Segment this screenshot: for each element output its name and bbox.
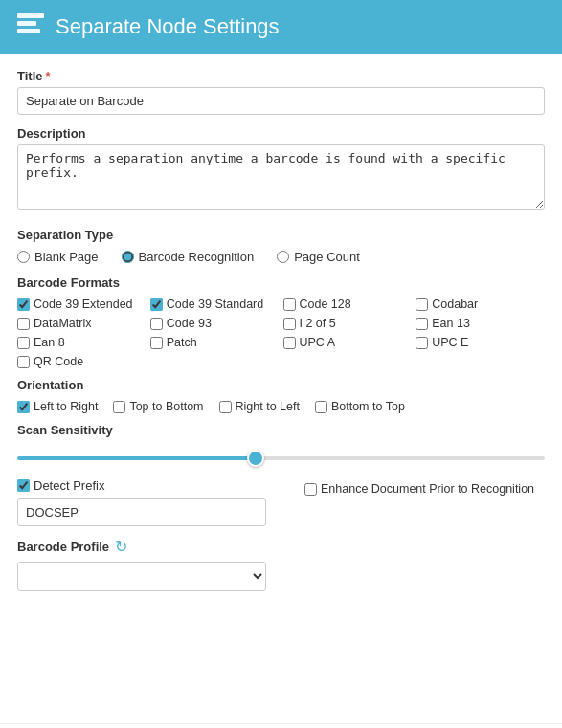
barcode-profile-section: Barcode Profile ↻ [17, 538, 545, 603]
title-input[interactable] [17, 87, 545, 115]
separation-type-group: Blank Page Barcode Recognition Page Coun… [17, 250, 545, 264]
checkbox-code39std[interactable]: Code 39 Standard [150, 298, 280, 311]
checkbox-ean13[interactable]: Ean 13 [416, 317, 545, 330]
footer: * Required Cancel Save [0, 723, 562, 728]
enhance-doc-col: Enhance Document Prior to Recognition [304, 478, 545, 496]
scan-sensitivity-slider[interactable] [17, 456, 545, 460]
checkbox-bottom-to-top-label[interactable]: Bottom to Top [331, 400, 405, 413]
checkbox-i2of5[interactable]: I 2 of 5 [283, 317, 413, 330]
description-input[interactable]: Performs a separation anytime a barcode … [17, 144, 545, 210]
svg-rect-2 [17, 29, 40, 33]
detect-prefix-row: Detect Prefix Enhance Document Prior to … [17, 478, 545, 526]
checkbox-code128-label[interactable]: Code 128 [300, 298, 351, 311]
enhance-doc-checkbox[interactable] [304, 483, 317, 496]
orientation-group: Left to Right Top to Bottom Right to Lef… [17, 400, 545, 413]
checkbox-codabar-input[interactable] [416, 298, 428, 311]
checkbox-bottom-to-top[interactable]: Bottom to Top [315, 400, 405, 413]
detect-prefix-checkbox[interactable] [17, 479, 30, 492]
detect-prefix-check[interactable]: Detect Prefix [17, 478, 285, 493]
checkbox-qrcode-input[interactable] [17, 356, 30, 368]
radio-barcode-recognition-input[interactable] [122, 251, 134, 263]
checkbox-qrcode[interactable]: QR Code [17, 355, 146, 368]
radio-barcode-recognition-label[interactable]: Barcode Recognition [139, 250, 255, 264]
checkbox-top-to-bottom[interactable]: Top to Bottom [113, 400, 203, 413]
checkbox-upca-label[interactable]: UPC A [300, 336, 336, 349]
detect-prefix-input[interactable] [17, 498, 266, 526]
checkbox-upca-input[interactable] [283, 337, 296, 349]
checkbox-upce[interactable]: UPC E [416, 336, 545, 349]
checkbox-right-to-left[interactable]: Right to Left [219, 400, 300, 413]
checkbox-patch[interactable]: Patch [150, 336, 280, 349]
refresh-icon[interactable]: ↻ [115, 538, 127, 556]
checkbox-datamatrix-label[interactable]: DataMatrix [34, 317, 91, 330]
checkbox-code93-label[interactable]: Code 93 [167, 317, 212, 330]
radio-blank-page[interactable]: Blank Page [17, 250, 99, 264]
checkbox-code39std-label[interactable]: Code 39 Standard [167, 298, 263, 311]
checkbox-left-to-right-label[interactable]: Left to Right [34, 400, 98, 413]
checkbox-patch-label[interactable]: Patch [167, 336, 197, 349]
svg-rect-1 [17, 21, 36, 26]
checkbox-ean13-input[interactable] [416, 318, 428, 330]
title-required-star: * [46, 69, 51, 83]
radio-blank-page-label[interactable]: Blank Page [34, 250, 99, 264]
checkbox-code39ext-input[interactable] [17, 298, 30, 311]
checkbox-qrcode-label[interactable]: QR Code [34, 355, 83, 368]
checkbox-top-to-bottom-label[interactable]: Top to Bottom [129, 400, 203, 413]
checkbox-code128[interactable]: Code 128 [283, 298, 413, 311]
checkbox-upce-label[interactable]: UPC E [432, 336, 468, 349]
checkbox-ean8-input[interactable] [17, 337, 30, 349]
detect-prefix-label[interactable]: Detect Prefix [34, 478, 104, 493]
checkbox-ean8[interactable]: Ean 8 [17, 336, 146, 349]
checkbox-code39ext-label[interactable]: Code 39 Extended [34, 298, 133, 311]
checkbox-codabar[interactable]: Codabar [416, 298, 545, 311]
checkbox-upce-input[interactable] [416, 337, 428, 349]
scan-sensitivity-section: Scan Sensitivity [17, 423, 545, 467]
checkbox-code39std-input[interactable] [150, 298, 163, 311]
checkbox-code39ext[interactable]: Code 39 Extended [17, 298, 146, 311]
checkbox-patch-input[interactable] [150, 337, 163, 349]
separation-type-label: Separation Type [17, 228, 545, 242]
checkbox-top-to-bottom-input[interactable] [113, 401, 125, 413]
radio-page-count[interactable]: Page Count [277, 250, 360, 264]
checkbox-left-to-right-input[interactable] [17, 401, 30, 413]
detect-prefix-col: Detect Prefix [17, 478, 285, 526]
barcode-profile-select[interactable] [17, 562, 266, 591]
scan-sensitivity-label: Scan Sensitivity [17, 423, 545, 437]
checkbox-code93[interactable]: Code 93 [150, 317, 280, 330]
orientation-label: Orientation [17, 378, 545, 392]
header-icon [17, 13, 44, 40]
checkbox-i2of5-input[interactable] [283, 318, 296, 330]
checkbox-codabar-label[interactable]: Codabar [432, 298, 478, 311]
checkbox-right-to-left-input[interactable] [219, 401, 232, 413]
title-label: Title * [17, 69, 545, 83]
description-label: Description [17, 126, 545, 141]
content-area: Title * Description Performs a separatio… [0, 54, 562, 723]
checkbox-bottom-to-top-input[interactable] [315, 401, 327, 413]
radio-page-count-input[interactable] [277, 251, 289, 263]
radio-barcode-recognition[interactable]: Barcode Recognition [122, 250, 255, 264]
radio-page-count-label[interactable]: Page Count [294, 250, 360, 264]
svg-rect-3 [38, 14, 44, 17]
checkbox-i2of5-label[interactable]: I 2 of 5 [300, 317, 336, 330]
checkbox-datamatrix-input[interactable] [17, 318, 30, 330]
barcode-formats-label: Barcode Formats [17, 276, 545, 290]
header: Separate Node Settings [0, 0, 562, 54]
enhance-doc-check[interactable]: Enhance Document Prior to Recognition [304, 482, 545, 496]
barcode-profile-header: Barcode Profile ↻ [17, 538, 545, 556]
scan-sensitivity-slider-container [17, 445, 545, 467]
checkbox-upca[interactable]: UPC A [283, 336, 413, 349]
checkbox-code93-input[interactable] [150, 318, 163, 330]
barcode-profile-label: Barcode Profile [17, 540, 109, 554]
checkbox-ean8-label[interactable]: Ean 8 [34, 336, 65, 349]
checkbox-datamatrix[interactable]: DataMatrix [17, 317, 146, 330]
radio-blank-page-input[interactable] [17, 251, 30, 263]
barcode-formats-grid: Code 39 Extended Code 39 Standard Code 1… [17, 298, 545, 368]
checkbox-code128-input[interactable] [283, 298, 296, 311]
checkbox-right-to-left-label[interactable]: Right to Left [236, 400, 300, 413]
checkbox-ean13-label[interactable]: Ean 13 [432, 317, 470, 330]
enhance-doc-label[interactable]: Enhance Document Prior to Recognition [321, 482, 534, 496]
header-title: Separate Node Settings [56, 14, 280, 39]
checkbox-left-to-right[interactable]: Left to Right [17, 400, 98, 413]
